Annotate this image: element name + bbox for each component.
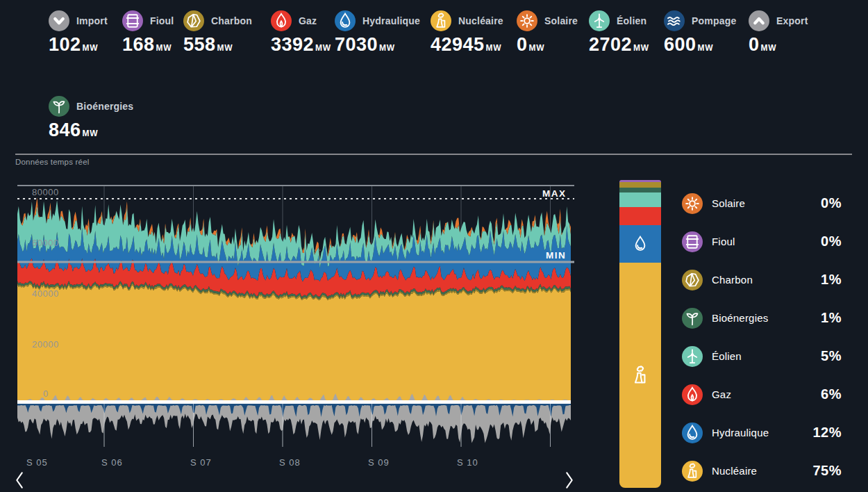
legend-label: Charbon bbox=[712, 274, 821, 286]
topbar-value: 600MW bbox=[664, 35, 736, 58]
legend-percent: 12% bbox=[812, 425, 842, 441]
mix-bar-segment-eolien bbox=[619, 192, 661, 207]
legend-label: Hydraulique bbox=[712, 427, 812, 438]
x-tick: S 08 bbox=[279, 457, 301, 468]
flame-icon bbox=[682, 384, 703, 405]
legend-label: Bioénergies bbox=[712, 312, 821, 324]
topbar-value: 102MW bbox=[49, 35, 108, 58]
chevron-left-icon bbox=[11, 469, 28, 491]
x-tick: S 07 bbox=[190, 457, 212, 468]
mix-legend: Solaire 0% Fioul 0% Charbon 1% Bioénergi… bbox=[682, 184, 842, 490]
topbar-label: Gaz bbox=[299, 15, 317, 26]
y-tick: 20000 bbox=[32, 339, 59, 350]
topbar-item-hydraulique: Hydraulique 7030MW bbox=[335, 10, 420, 58]
topbar-item-pompage: Pompage 600MW bbox=[664, 10, 736, 58]
legend-label: Nucléaire bbox=[712, 465, 812, 477]
legend-percent: 1% bbox=[821, 272, 842, 288]
x-tick: S 10 bbox=[457, 457, 478, 468]
water-drop-icon bbox=[682, 423, 703, 443]
water-drop-icon bbox=[630, 233, 651, 254]
x-tick: S 05 bbox=[26, 457, 48, 468]
topbar-value: 42945MW bbox=[431, 35, 503, 58]
barrel-icon bbox=[122, 10, 143, 31]
coal-icon bbox=[682, 270, 703, 290]
mix-bar-segment-nucleaire bbox=[619, 263, 661, 489]
chevron-down-icon bbox=[49, 10, 69, 31]
topbar-label: Export bbox=[776, 15, 808, 26]
topbar-label: Pompage bbox=[692, 15, 736, 26]
nuclear-plant-icon bbox=[431, 10, 451, 31]
topbar-value: 0MW bbox=[749, 35, 808, 58]
sprout-icon bbox=[682, 308, 703, 329]
legend-percent: 5% bbox=[821, 348, 842, 364]
min-annotation: MIN bbox=[546, 250, 566, 261]
eco2mix-dashboard: Import 102MW Fioul 168MW Charbon 558MW G… bbox=[0, 0, 868, 492]
topbar-value: 7030MW bbox=[335, 35, 420, 58]
topbar-item-solaire: Solaire 0MW bbox=[517, 10, 578, 58]
chevron-up-icon bbox=[749, 10, 769, 31]
legend-row-gaz: Gaz 6% bbox=[682, 375, 842, 413]
mix-bar-segment-hydraulique bbox=[619, 225, 661, 263]
x-tick: S 06 bbox=[101, 457, 123, 468]
legend-percent: 75% bbox=[812, 463, 842, 479]
water-drop-icon bbox=[335, 10, 356, 31]
topbar-item-eolien: Éolien 2702MW bbox=[589, 10, 649, 58]
topbar-value: 558MW bbox=[183, 35, 252, 58]
legend-label: Éolien bbox=[712, 350, 821, 362]
nuclear-plant-icon bbox=[682, 461, 703, 482]
topbar-label: Hydraulique bbox=[362, 15, 420, 26]
mix-bar-segment-charbon bbox=[619, 182, 661, 188]
coal-icon bbox=[183, 10, 204, 31]
wind-turbine-icon bbox=[682, 346, 703, 367]
topbar-item-nucleaire: Nucléaire 42945MW bbox=[431, 10, 503, 58]
y-tick: 80000 bbox=[32, 187, 59, 197]
max-annotation: MAX bbox=[542, 188, 567, 199]
wind-turbine-icon bbox=[589, 10, 610, 31]
topbar-item-charbon: Charbon 558MW bbox=[183, 10, 252, 58]
scroll-right-button[interactable] bbox=[561, 469, 578, 491]
flame-icon bbox=[271, 10, 292, 31]
y-tick: 40000 bbox=[32, 288, 59, 299]
topbar-item-import: Import 102MW bbox=[49, 10, 108, 58]
topbar-label: Fioul bbox=[150, 15, 174, 26]
topbar-item-export: Export 0MW bbox=[749, 10, 808, 58]
x-tick: S 09 bbox=[368, 457, 390, 468]
legend-row-fioul: Fioul 0% bbox=[682, 222, 842, 261]
topbar-label: Solaire bbox=[544, 15, 578, 26]
mix-proportion-bar bbox=[619, 180, 661, 488]
topbar-value: 168MW bbox=[122, 35, 174, 58]
topbar-label: Nucléaire bbox=[458, 15, 503, 26]
realtime-data-label: Données temps réel bbox=[15, 158, 90, 166]
legend-row-eolien: Éolien 5% bbox=[682, 337, 842, 375]
legend-row-solaire: Solaire 0% bbox=[682, 184, 842, 222]
topbar-value: 2702MW bbox=[589, 35, 649, 58]
legend-percent: 6% bbox=[821, 386, 842, 402]
nuclear-plant-icon bbox=[628, 363, 653, 388]
mix-bar-segment-bioenergies bbox=[619, 188, 661, 192]
sun-icon bbox=[682, 193, 703, 214]
topbar-item-fioul: Fioul 168MW bbox=[122, 10, 174, 58]
topbar-value: 3392MW bbox=[271, 35, 331, 58]
waves-icon bbox=[664, 10, 685, 31]
legend-row-nucleaire: Nucléaire 75% bbox=[682, 452, 842, 490]
legend-label: Solaire bbox=[712, 197, 821, 209]
legend-label: Gaz bbox=[712, 388, 821, 400]
legend-label: Fioul bbox=[712, 236, 821, 247]
mix-bar-segment-gaz bbox=[619, 207, 661, 225]
barrel-icon bbox=[682, 231, 703, 252]
legend-percent: 1% bbox=[821, 310, 842, 326]
topbar-value: 0MW bbox=[517, 35, 578, 58]
legend-row-charbon: Charbon 1% bbox=[682, 261, 842, 299]
topbar-label: Bioénergies bbox=[76, 101, 133, 112]
legend-percent: 0% bbox=[821, 233, 842, 249]
sun-icon bbox=[517, 10, 537, 31]
energy-mix-chart[interactable] bbox=[17, 184, 574, 457]
sprout-icon bbox=[49, 96, 69, 117]
legend-row-hydraulique: Hydraulique 12% bbox=[682, 413, 842, 452]
chevron-right-icon bbox=[561, 469, 578, 491]
topbar-label: Import bbox=[76, 15, 108, 26]
section-divider bbox=[15, 154, 852, 155]
scroll-left-button[interactable] bbox=[11, 469, 28, 491]
topbar-item-bioenergies: Bioénergies 846MW bbox=[49, 95, 133, 143]
y-tick: 0 bbox=[43, 388, 49, 399]
